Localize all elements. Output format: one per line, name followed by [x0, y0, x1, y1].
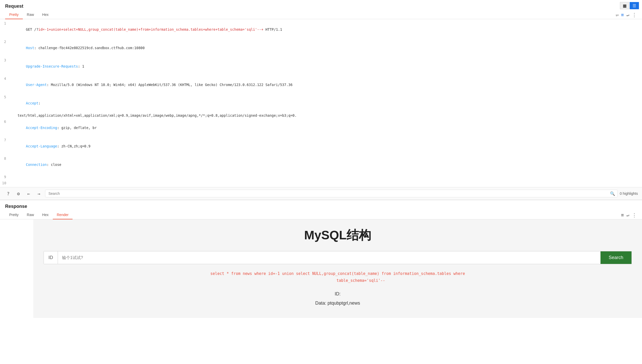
grid-view-button[interactable]: ▦ [620, 2, 629, 9]
request-tabs-bar: Pretty Raw Hex ↵ ≡ ↵ ⋮ [0, 10, 642, 19]
code-line-5: 5 Accept: [0, 94, 642, 112]
response-title: Response [0, 203, 642, 211]
header-key: Accept [26, 101, 38, 105]
tab-render-response[interactable]: Render [53, 211, 73, 219]
header-key: Host [26, 46, 34, 50]
line-number: 6 [0, 119, 9, 125]
header-val: : 1 [78, 64, 84, 68]
line-content: GET /?id=-1+union+select+NULL,group_conc… [9, 20, 282, 39]
line-content: Connection: close [9, 155, 61, 174]
tab-hex-response[interactable]: Hex [38, 211, 53, 219]
line-number: 2 [0, 39, 9, 45]
request-section: Request Pretty Raw Hex ↵ ≡ ↵ ⋮ 1 GET /?i… [0, 0, 642, 200]
line-number: 1 [0, 20, 9, 26]
form-id-input[interactable] [58, 252, 600, 264]
line-number: 4 [0, 76, 9, 82]
result-id: ID: [44, 289, 632, 298]
request-code-editor: 1 GET /?id=-1+union+select+NULL,group_co… [0, 19, 642, 187]
request-title: Request [0, 3, 642, 10]
line-number: 7 [0, 137, 9, 143]
help-icon[interactable]: ? [4, 189, 12, 198]
code-line-7: 7 Accept-Language: zh-CN,zh;q=0.9 [0, 137, 642, 155]
code-line-5-cont: text/html,application/xhtml+xml,applicat… [0, 112, 642, 119]
response-tab-icons: ≡ ↵ ⋮ [621, 212, 637, 218]
header-key: Accept-Language [26, 144, 57, 148]
request-tab-icons: ↵ ≡ ↵ ⋮ [616, 12, 637, 18]
id-label: ID [44, 251, 58, 264]
line-content: Upgrade-Insecure-Requests: 1 [9, 57, 84, 76]
tab-raw-response[interactable]: Raw [23, 211, 38, 219]
line-number: 10 [0, 180, 9, 186]
code-line-8: 8 Connection: close [0, 155, 642, 174]
header-val: : gzip, deflate, br [57, 126, 97, 130]
search-form: ID Search [44, 251, 632, 264]
more-icon-resp[interactable]: ⋮ [632, 212, 637, 218]
pretty-icon[interactable]: ≡ [621, 12, 624, 17]
header-key: Accept-Encoding [26, 126, 57, 130]
method-text: GET /? [26, 27, 38, 31]
line-content: Host: challenge-fbc442e8022519cd.sandbox… [9, 39, 145, 57]
highlight-count: 0 highlights [620, 191, 638, 196]
response-section: Response Pretty Raw Hex Render ≡ ↵ ⋮ MyS… [0, 200, 642, 318]
forward-button[interactable]: → [35, 189, 43, 198]
search-input-wrap: 🔍 [45, 190, 618, 197]
header-key: Upgrade-Insecure-Requests [26, 64, 78, 68]
list-icon[interactable]: ≡ [621, 212, 624, 218]
search-bar: ? ⚙ ← → 🔍 0 highlights [0, 187, 642, 200]
result-info: ID: Data: ptqubptgrl,news [44, 289, 632, 308]
line-number: 3 [0, 57, 9, 63]
search-input[interactable] [45, 190, 618, 197]
line-content: text/html,application/xhtml+xml,applicat… [9, 112, 297, 119]
header-val: : close [47, 163, 61, 167]
search-glass-icon: 🔍 [610, 191, 615, 196]
header-val: : zh-CN,zh;q=0.9 [57, 144, 90, 148]
wrap-icon-resp[interactable]: ↵ [626, 212, 629, 218]
no-wrap-icon[interactable]: ↵ [616, 12, 618, 17]
result-data: Data: ptqubptgrl,news [44, 298, 632, 308]
line-content [9, 180, 11, 186]
header-val: : [38, 101, 40, 105]
tab-pretty-response[interactable]: Pretty [5, 211, 23, 219]
line-number: 9 [0, 174, 9, 180]
header-key: User-Agent [26, 83, 47, 87]
line-content [9, 174, 11, 180]
more-icon[interactable]: ⋮ [632, 12, 637, 18]
code-line-6: 6 Accept-Encoding: gzip, deflate, br [0, 119, 642, 137]
form-search-button[interactable]: Search [600, 251, 631, 264]
settings-icon[interactable]: ⚙ [14, 189, 23, 198]
response-tabs-bar: Pretty Raw Hex Render ≡ ↵ ⋮ [0, 211, 642, 219]
line-content: Accept-Language: zh-CN,zh;q=0.9 [9, 137, 90, 155]
line-content: Accept: [9, 94, 40, 112]
http-version: HTTP/1.1 [263, 27, 282, 31]
code-line-3: 3 Upgrade-Insecure-Requests: 1 [0, 57, 642, 76]
line-content: User-Agent: Mozilla/5.0 (Windows NT 10.0… [9, 76, 292, 94]
mysql-title: MySQL结构 [44, 227, 632, 243]
wrap-icon[interactable]: ↵ [626, 12, 629, 17]
response-rendered-content: MySQL结构 ID Search select * from news whe… [33, 219, 642, 318]
line-number: 5 [0, 94, 9, 100]
header-val: : Mozilla/5.0 (Windows NT 10.0; Win64; x… [47, 83, 292, 87]
code-line-9: 9 [0, 174, 642, 180]
tab-raw-request[interactable]: Raw [23, 10, 38, 19]
line-content: Accept-Encoding: gzip, deflate, br [9, 119, 97, 137]
header-key: Connection [26, 163, 47, 167]
line-number: 8 [0, 155, 9, 162]
code-line-10: 10 [0, 180, 642, 186]
url-param: id=-1+union+select+NULL,group_concat(tab… [38, 27, 263, 31]
code-line-2: 2 Host: challenge-fbc442e8022519cd.sandb… [0, 39, 642, 57]
tab-pretty-request[interactable]: Pretty [5, 10, 23, 19]
back-button[interactable]: ← [25, 189, 33, 198]
list-view-button[interactable]: ☰ [630, 2, 639, 9]
code-line-4: 4 User-Agent: Mozilla/5.0 (Windows NT 10… [0, 76, 642, 94]
header-val: : challenge-fbc442e8022519cd.sandbox.ctf… [34, 46, 145, 50]
tab-hex-request[interactable]: Hex [38, 10, 53, 19]
code-line-1: 1 GET /?id=-1+union+select+NULL,group_co… [0, 20, 642, 39]
top-toolbar: ▦ ☰ [617, 0, 642, 11]
sql-query-display: select * from news where id=-1 union sel… [44, 270, 632, 284]
